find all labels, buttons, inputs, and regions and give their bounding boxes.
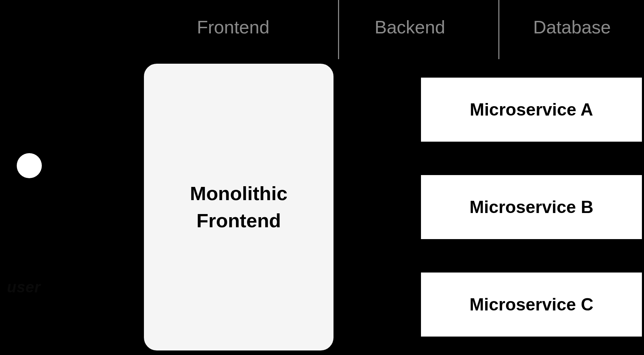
microservice-c-label: Microservice C (469, 294, 593, 315)
header-separator-1 (338, 0, 339, 59)
architecture-diagram: Frontend Backend Database user Monolithi… (0, 0, 644, 355)
microservice-a-box: Microservice A (420, 77, 643, 143)
microservice-b-label: Microservice B (469, 197, 593, 217)
microservice-c-box: Microservice C (420, 271, 643, 338)
column-header-backend: Backend (375, 17, 445, 38)
microservice-a-label: Microservice A (470, 100, 593, 120)
user-head-icon (17, 153, 42, 178)
microservice-b-box: Microservice B (420, 174, 643, 240)
header-separator-2 (498, 0, 499, 59)
column-header-database: Database (533, 17, 611, 38)
user-label: user (7, 278, 41, 296)
user-icon (14, 153, 56, 278)
column-header-frontend: Frontend (197, 17, 269, 38)
monolithic-frontend-box: Monolithic Frontend (143, 63, 335, 352)
monolith-line1: Monolithic (190, 182, 288, 204)
monolith-line2: Frontend (197, 210, 281, 231)
monolithic-frontend-label: Monolithic Frontend (190, 180, 288, 235)
